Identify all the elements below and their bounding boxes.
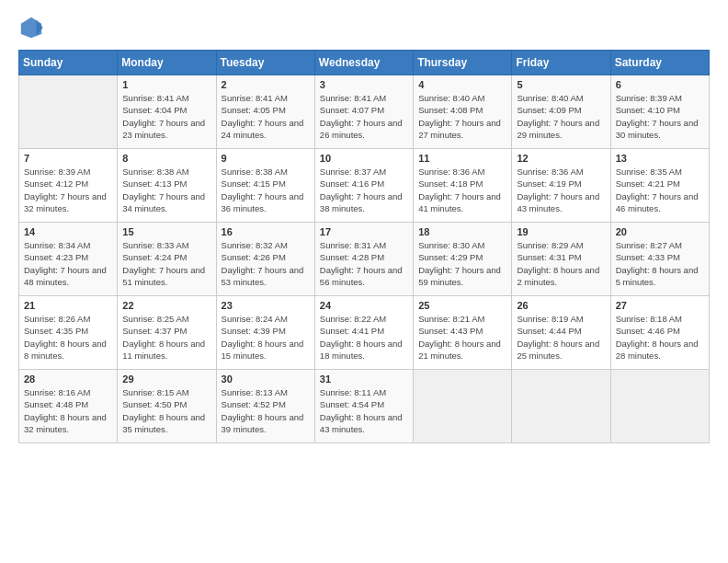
day-info: Sunrise: 8:19 AMSunset: 4:44 PMDaylight:… [517, 313, 605, 362]
calendar-cell: 18 Sunrise: 8:30 AMSunset: 4:29 PMDaylig… [414, 223, 512, 296]
header-friday: Friday [512, 51, 610, 75]
calendar-week-0: 1 Sunrise: 8:41 AMSunset: 4:04 PMDayligh… [19, 75, 710, 149]
header-saturday: Saturday [610, 51, 709, 75]
calendar-cell [19, 75, 118, 149]
calendar-week-4: 28 Sunrise: 8:16 AMSunset: 4:48 PMDaylig… [19, 370, 710, 443]
day-number: 1 [122, 79, 210, 90]
day-info: Sunrise: 8:33 AMSunset: 4:24 PMDaylight:… [122, 239, 210, 288]
day-number: 3 [320, 79, 408, 90]
calendar-cell: 29 Sunrise: 8:15 AMSunset: 4:50 PMDaylig… [118, 370, 216, 443]
calendar-week-3: 21 Sunrise: 8:26 AMSunset: 4:35 PMDaylig… [19, 296, 710, 370]
day-info: Sunrise: 8:32 AMSunset: 4:26 PMDaylight:… [222, 239, 310, 288]
day-info: Sunrise: 8:11 AMSunset: 4:54 PMDaylight:… [320, 386, 408, 435]
calendar-cell: 9 Sunrise: 8:38 AMSunset: 4:15 PMDayligh… [216, 149, 314, 223]
day-info: Sunrise: 8:31 AMSunset: 4:28 PMDaylight:… [320, 239, 408, 288]
calendar-cell: 27 Sunrise: 8:18 AMSunset: 4:46 PMDaylig… [610, 296, 709, 370]
calendar-cell: 21 Sunrise: 8:26 AMSunset: 4:35 PMDaylig… [19, 296, 118, 370]
calendar-week-1: 7 Sunrise: 8:39 AMSunset: 4:12 PMDayligh… [19, 149, 710, 223]
calendar-cell: 3 Sunrise: 8:41 AMSunset: 4:07 PMDayligh… [314, 75, 413, 149]
day-number: 19 [517, 226, 605, 237]
day-info: Sunrise: 8:15 AMSunset: 4:50 PMDaylight:… [122, 386, 210, 435]
day-number: 26 [517, 300, 605, 311]
calendar-cell: 12 Sunrise: 8:36 AMSunset: 4:19 PMDaylig… [512, 149, 610, 223]
day-number: 18 [418, 226, 506, 237]
calendar-cell: 16 Sunrise: 8:32 AMSunset: 4:26 PMDaylig… [216, 223, 314, 296]
day-number: 30 [222, 373, 310, 385]
day-number: 7 [24, 153, 112, 164]
calendar-cell: 25 Sunrise: 8:21 AMSunset: 4:43 PMDaylig… [414, 296, 512, 370]
calendar-header-row: SundayMondayTuesdayWednesdayThursdayFrid… [19, 51, 710, 75]
calendar-cell: 13 Sunrise: 8:35 AMSunset: 4:21 PMDaylig… [610, 149, 709, 223]
day-info: Sunrise: 8:41 AMSunset: 4:07 PMDaylight:… [320, 92, 408, 141]
day-number: 8 [122, 153, 210, 164]
day-number: 13 [616, 153, 704, 164]
day-number: 10 [320, 153, 408, 164]
day-number: 14 [24, 226, 112, 237]
day-info: Sunrise: 8:30 AMSunset: 4:29 PMDaylight:… [418, 239, 506, 288]
day-info: Sunrise: 8:25 AMSunset: 4:37 PMDaylight:… [122, 313, 210, 362]
day-number: 5 [517, 79, 605, 90]
day-info: Sunrise: 8:41 AMSunset: 4:05 PMDaylight:… [222, 92, 310, 141]
day-number: 2 [222, 79, 310, 90]
day-number: 29 [122, 373, 210, 385]
day-number: 4 [418, 79, 506, 90]
calendar-table: SundayMondayTuesdayWednesdayThursdayFrid… [18, 50, 710, 443]
day-info: Sunrise: 8:29 AMSunset: 4:31 PMDaylight:… [517, 239, 605, 288]
calendar-cell: 5 Sunrise: 8:40 AMSunset: 4:09 PMDayligh… [512, 75, 610, 149]
calendar-cell: 31 Sunrise: 8:11 AMSunset: 4:54 PMDaylig… [314, 370, 413, 443]
day-info: Sunrise: 8:13 AMSunset: 4:52 PMDaylight:… [222, 386, 310, 435]
header-wednesday: Wednesday [314, 51, 413, 75]
calendar-cell: 11 Sunrise: 8:36 AMSunset: 4:18 PMDaylig… [414, 149, 512, 223]
calendar-cell [512, 370, 610, 443]
page: SundayMondayTuesdayWednesdayThursdayFrid… [0, 0, 728, 563]
calendar-cell: 24 Sunrise: 8:22 AMSunset: 4:41 PMDaylig… [314, 296, 413, 370]
calendar-cell: 22 Sunrise: 8:25 AMSunset: 4:37 PMDaylig… [118, 296, 216, 370]
calendar-cell [414, 370, 512, 443]
calendar-cell: 23 Sunrise: 8:24 AMSunset: 4:39 PMDaylig… [216, 296, 314, 370]
day-info: Sunrise: 8:22 AMSunset: 4:41 PMDaylight:… [320, 313, 408, 362]
day-info: Sunrise: 8:18 AMSunset: 4:46 PMDaylight:… [616, 313, 704, 362]
day-number: 12 [517, 153, 605, 164]
day-info: Sunrise: 8:41 AMSunset: 4:04 PMDaylight:… [122, 92, 210, 141]
day-info: Sunrise: 8:27 AMSunset: 4:33 PMDaylight:… [616, 239, 704, 288]
calendar-cell: 28 Sunrise: 8:16 AMSunset: 4:48 PMDaylig… [19, 370, 118, 443]
day-number: 22 [122, 300, 210, 311]
day-number: 25 [418, 300, 506, 311]
calendar-cell: 15 Sunrise: 8:33 AMSunset: 4:24 PMDaylig… [118, 223, 216, 296]
calendar-cell: 4 Sunrise: 8:40 AMSunset: 4:08 PMDayligh… [414, 75, 512, 149]
day-info: Sunrise: 8:38 AMSunset: 4:13 PMDaylight:… [122, 166, 210, 214]
day-info: Sunrise: 8:38 AMSunset: 4:15 PMDaylight:… [222, 166, 310, 214]
day-info: Sunrise: 8:40 AMSunset: 4:08 PMDaylight:… [418, 92, 506, 141]
day-number: 28 [24, 373, 112, 385]
calendar-week-2: 14 Sunrise: 8:34 AMSunset: 4:23 PMDaylig… [19, 223, 710, 296]
day-info: Sunrise: 8:36 AMSunset: 4:18 PMDaylight:… [418, 166, 506, 214]
calendar-cell: 14 Sunrise: 8:34 AMSunset: 4:23 PMDaylig… [19, 223, 118, 296]
calendar-cell: 10 Sunrise: 8:37 AMSunset: 4:16 PMDaylig… [314, 149, 413, 223]
day-number: 27 [616, 300, 704, 311]
header [18, 15, 710, 40]
day-number: 20 [616, 226, 704, 237]
calendar-cell: 20 Sunrise: 8:27 AMSunset: 4:33 PMDaylig… [610, 223, 709, 296]
calendar-cell: 2 Sunrise: 8:41 AMSunset: 4:05 PMDayligh… [216, 75, 314, 149]
day-info: Sunrise: 8:21 AMSunset: 4:43 PMDaylight:… [418, 313, 506, 362]
logo [18, 15, 48, 40]
day-info: Sunrise: 8:24 AMSunset: 4:39 PMDaylight:… [222, 313, 310, 362]
day-info: Sunrise: 8:37 AMSunset: 4:16 PMDaylight:… [320, 166, 408, 214]
calendar-cell: 6 Sunrise: 8:39 AMSunset: 4:10 PMDayligh… [610, 75, 709, 149]
day-number: 9 [222, 153, 310, 164]
calendar-cell: 8 Sunrise: 8:38 AMSunset: 4:13 PMDayligh… [118, 149, 216, 223]
calendar-cell: 1 Sunrise: 8:41 AMSunset: 4:04 PMDayligh… [118, 75, 216, 149]
day-number: 16 [222, 226, 310, 237]
day-info: Sunrise: 8:39 AMSunset: 4:12 PMDaylight:… [24, 166, 112, 214]
header-tuesday: Tuesday [216, 51, 314, 75]
calendar-cell: 7 Sunrise: 8:39 AMSunset: 4:12 PMDayligh… [19, 149, 118, 223]
day-number: 11 [418, 153, 506, 164]
header-sunday: Sunday [19, 51, 118, 75]
calendar-cell: 26 Sunrise: 8:19 AMSunset: 4:44 PMDaylig… [512, 296, 610, 370]
header-thursday: Thursday [414, 51, 512, 75]
day-info: Sunrise: 8:39 AMSunset: 4:10 PMDaylight:… [616, 92, 704, 141]
header-monday: Monday [118, 51, 216, 75]
day-info: Sunrise: 8:16 AMSunset: 4:48 PMDaylight:… [24, 386, 112, 435]
day-number: 23 [222, 300, 310, 311]
day-number: 17 [320, 226, 408, 237]
